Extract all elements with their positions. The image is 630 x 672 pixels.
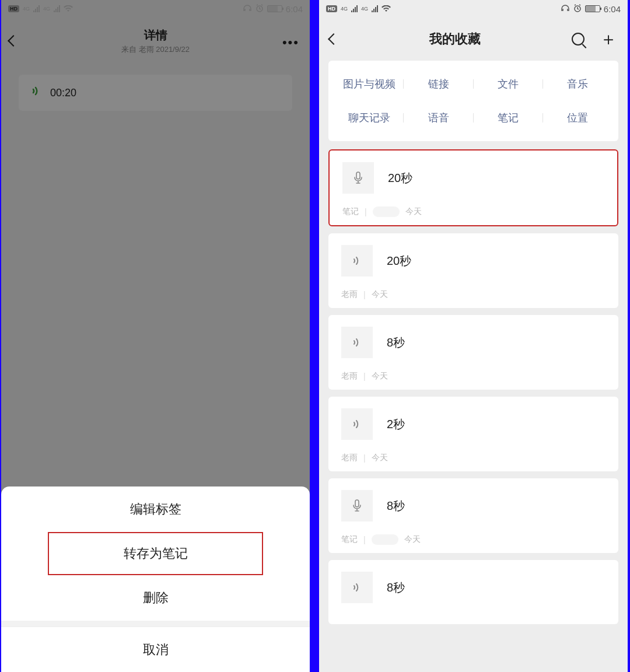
page-title: 我的收藏 bbox=[338, 30, 572, 48]
fav-duration-label: 2秒 bbox=[387, 416, 405, 432]
category-音乐[interactable]: 音乐 bbox=[543, 77, 612, 91]
fav-meta-date: 今天 bbox=[372, 371, 388, 382]
fav-meta: 老雨|今天 bbox=[341, 289, 606, 300]
favorite-item[interactable]: 20秒老雨|今天 bbox=[328, 233, 618, 308]
fav-duration-label: 8秒 bbox=[387, 335, 405, 351]
sound-wave-icon bbox=[341, 572, 373, 603]
favorite-item[interactable]: 2秒老雨|今天 bbox=[328, 397, 618, 471]
category-笔记[interactable]: 笔记 bbox=[474, 111, 543, 125]
add-icon[interactable]: ＋ bbox=[600, 27, 617, 51]
sheet-save-as-note[interactable]: 转存为笔记 bbox=[48, 532, 263, 575]
redacted-text bbox=[372, 534, 398, 545]
fav-meta-date: 今天 bbox=[372, 289, 388, 300]
fav-meta: 笔记|今天 bbox=[342, 206, 604, 217]
status-bar: HD 4G 4G 6:04 bbox=[319, 0, 628, 18]
left-screenshot: HD 4G 4G 6:04 详情 来自 老雨 2021/9/22 ••• bbox=[1, 0, 310, 672]
mic-icon bbox=[341, 490, 373, 522]
category-文件[interactable]: 文件 bbox=[474, 77, 543, 91]
fav-meta-source: 老雨 bbox=[341, 453, 358, 463]
fav-duration-label: 20秒 bbox=[387, 253, 411, 269]
redacted-text bbox=[373, 206, 400, 217]
alarm-icon bbox=[573, 4, 582, 14]
favorite-item[interactable]: 8秒笔记|今天 bbox=[328, 478, 618, 553]
fav-meta-source: 笔记 bbox=[342, 206, 359, 217]
fav-meta-source: 笔记 bbox=[341, 534, 358, 545]
fav-meta: 老雨|今天 bbox=[341, 371, 606, 382]
signal-icon bbox=[351, 5, 358, 12]
fav-duration-label: 8秒 bbox=[387, 498, 405, 514]
fav-meta-date: 今天 bbox=[404, 534, 421, 545]
category-图片与视频[interactable]: 图片与视频 bbox=[334, 77, 404, 91]
sheet-edit-tag[interactable]: 编辑标签 bbox=[1, 487, 310, 532]
signal-icon bbox=[372, 5, 378, 12]
wifi-icon bbox=[382, 4, 391, 14]
favorites-list[interactable]: 20秒笔记|今天20秒老雨|今天8秒老雨|今天2秒老雨|今天8秒笔记|今天8秒 bbox=[319, 149, 628, 624]
sheet-cancel[interactable]: 取消 bbox=[1, 626, 310, 672]
category-语音[interactable]: 语音 bbox=[404, 111, 473, 125]
fav-duration-label: 8秒 bbox=[387, 580, 405, 596]
headset-icon bbox=[561, 4, 570, 14]
fav-meta: 笔记|今天 bbox=[341, 534, 606, 545]
status-time: 6:04 bbox=[604, 4, 621, 14]
sound-wave-icon bbox=[341, 327, 373, 358]
sheet-delete[interactable]: 删除 bbox=[1, 575, 310, 621]
fav-duration-label: 20秒 bbox=[388, 170, 412, 186]
favorite-item[interactable]: 20秒笔记|今天 bbox=[328, 149, 618, 226]
favorite-item[interactable]: 8秒 bbox=[328, 560, 618, 624]
fav-meta-date: 今天 bbox=[372, 453, 388, 463]
fav-meta: 老雨|今天 bbox=[341, 453, 606, 463]
category-链接[interactable]: 链接 bbox=[404, 77, 473, 91]
favorite-item[interactable]: 8秒老雨|今天 bbox=[328, 315, 618, 390]
category-聊天记录[interactable]: 聊天记录 bbox=[334, 111, 404, 125]
fav-meta-source: 老雨 bbox=[341, 289, 358, 300]
favorites-header: 我的收藏 ＋ bbox=[319, 18, 628, 61]
hd-badge-icon: HD bbox=[326, 5, 337, 12]
sound-wave-icon bbox=[341, 408, 373, 440]
action-sheet: 编辑标签 转存为笔记 删除 取消 bbox=[1, 487, 310, 672]
sound-wave-icon bbox=[341, 245, 373, 276]
category-filter-card: 图片与视频链接文件音乐 聊天记录语音笔记位置 bbox=[328, 61, 618, 141]
category-位置[interactable]: 位置 bbox=[543, 111, 612, 125]
mic-icon bbox=[342, 162, 374, 194]
battery-icon bbox=[585, 5, 600, 12]
fav-meta-source: 老雨 bbox=[341, 371, 358, 382]
right-screenshot: HD 4G 4G 6:04 我的收藏 ＋ 图片与视频链 bbox=[319, 0, 628, 672]
fav-meta-date: 今天 bbox=[405, 206, 422, 217]
search-icon[interactable] bbox=[572, 33, 584, 46]
